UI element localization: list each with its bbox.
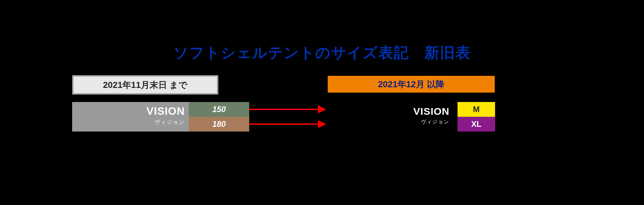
new-product-label-en: VISION <box>328 106 449 117</box>
old-product-label-jp: ヴィジョン <box>72 119 185 126</box>
old-header: 2021年11月末日 まで <box>72 75 218 95</box>
new-size-xl: XL <box>458 117 495 132</box>
old-size-150: 150 <box>189 102 249 117</box>
arrow-icon <box>249 123 320 125</box>
old-size-180: 180 <box>189 117 249 132</box>
arrow-icon <box>318 105 326 113</box>
new-size-m: M <box>458 102 495 117</box>
new-header: 2021年12月 以降 <box>328 76 495 93</box>
old-product-label-en: VISION <box>72 105 185 117</box>
arrow-icon <box>318 120 326 128</box>
new-product-label-jp: ヴィジョン <box>328 119 449 125</box>
page-title: ソフトシェルテントのサイズ表記 新旧表 <box>0 43 644 63</box>
arrow-icon <box>249 109 320 110</box>
